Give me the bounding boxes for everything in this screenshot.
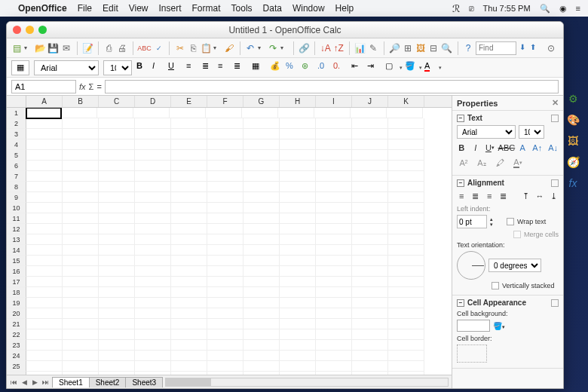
row-header[interactable]: 24	[7, 351, 26, 361]
cell[interactable]	[243, 256, 280, 266]
cell[interactable]	[26, 171, 63, 182]
row-header[interactable]: 10	[7, 203, 26, 213]
cell[interactable]	[243, 139, 280, 150]
cell[interactable]	[316, 298, 352, 308]
row-header[interactable]: 14	[7, 245, 26, 256]
cell[interactable]	[63, 224, 99, 234]
hyperlink-button[interactable]: 🔗	[299, 41, 310, 56]
percent-button[interactable]: %	[286, 61, 299, 75]
cell[interactable]	[388, 171, 424, 182]
font-name-selector[interactable]: Arial	[34, 60, 99, 75]
cell[interactable]	[352, 129, 388, 139]
cell[interactable]	[63, 129, 99, 139]
cell[interactable]	[316, 308, 352, 319]
spotlight-icon[interactable]: 🔍	[540, 4, 550, 14]
save-button[interactable]: 💾	[47, 41, 59, 56]
menu-edit[interactable]: Edit	[103, 3, 118, 14]
column-header-B[interactable]: B	[63, 96, 99, 107]
cell[interactable]	[388, 266, 424, 277]
cell[interactable]	[352, 234, 388, 245]
spreadsheet-grid[interactable]: ABCDEFGHIJK 1234567891011121314151617181…	[7, 96, 452, 388]
close-properties-button[interactable]: ✕	[552, 98, 559, 108]
redo-button[interactable]: ↷	[268, 41, 279, 56]
cell[interactable]	[280, 298, 316, 308]
menu-format[interactable]: Format	[192, 3, 221, 14]
text-orientation-degrees[interactable]: 0 degrees	[488, 259, 541, 272]
cell[interactable]	[99, 287, 135, 298]
cell[interactable]	[26, 266, 63, 277]
cell[interactable]	[171, 139, 207, 150]
cell[interactable]	[243, 171, 280, 182]
cell[interactable]	[207, 266, 243, 277]
cell[interactable]	[352, 361, 388, 372]
avira-icon[interactable]: ℛ	[452, 3, 460, 14]
cell[interactable]	[207, 234, 243, 245]
cell[interactable]	[243, 266, 280, 277]
cell[interactable]	[26, 319, 63, 329]
cell[interactable]	[26, 129, 63, 139]
cell[interactable]	[207, 329, 243, 340]
cell[interactable]	[171, 234, 207, 245]
cell[interactable]	[26, 329, 63, 340]
wrap-text-checkbox[interactable]	[507, 218, 514, 225]
cell[interactable]	[99, 150, 135, 161]
cell[interactable]	[26, 108, 62, 119]
column-header-H[interactable]: H	[280, 96, 316, 107]
cell[interactable]	[63, 319, 99, 329]
new-dropdown[interactable]: ▾	[24, 44, 32, 51]
horizontal-scrollbar[interactable]	[165, 378, 449, 387]
autospell-button[interactable]: ✓	[153, 41, 164, 56]
cell[interactable]	[352, 171, 388, 182]
cell[interactable]	[280, 329, 316, 340]
menu-insert[interactable]: Insert	[159, 3, 182, 14]
sum-button[interactable]: Σ	[89, 82, 94, 91]
text-section-toggle[interactable]: −	[457, 115, 464, 122]
cell[interactable]	[99, 203, 135, 213]
props-super-button[interactable]: A²	[457, 157, 470, 169]
cell[interactable]	[280, 361, 316, 372]
props-align-left[interactable]: ≡	[457, 190, 466, 202]
cell[interactable]	[63, 340, 99, 351]
cell[interactable]	[316, 287, 352, 298]
cell[interactable]	[133, 108, 170, 118]
cell[interactable]	[61, 108, 97, 118]
cell[interactable]	[171, 171, 207, 182]
cell[interactable]	[207, 171, 243, 182]
sort-asc-button[interactable]: ↓A	[320, 41, 331, 56]
cell[interactable]	[280, 129, 316, 139]
find-prev-button[interactable]: ⬆	[530, 43, 541, 54]
cell[interactable]	[99, 171, 135, 182]
cell[interactable]	[316, 171, 352, 182]
cell[interactable]	[207, 129, 243, 139]
italic-button[interactable]: I	[152, 61, 166, 75]
row-header[interactable]: 18	[7, 287, 26, 298]
cell[interactable]	[280, 182, 316, 192]
cell[interactable]	[171, 161, 207, 171]
cell[interactable]	[171, 277, 207, 287]
cell[interactable]	[243, 340, 280, 351]
cell-border-preview[interactable]	[457, 345, 487, 363]
cell[interactable]	[388, 203, 424, 213]
cell[interactable]	[171, 192, 207, 203]
column-header-E[interactable]: E	[171, 96, 207, 107]
cell[interactable]	[135, 171, 171, 182]
cell[interactable]	[63, 245, 99, 256]
cell[interactable]	[316, 224, 352, 234]
cell[interactable]	[135, 277, 171, 287]
cell[interactable]	[99, 234, 135, 245]
row-header[interactable]: 20	[7, 308, 26, 319]
edit-file-button[interactable]: 📝	[81, 41, 93, 56]
row-header[interactable]: 11	[7, 213, 26, 224]
cell[interactable]	[243, 213, 280, 224]
cell[interactable]	[207, 340, 243, 351]
align-section-options[interactable]	[551, 179, 559, 187]
cell[interactable]	[352, 139, 388, 150]
cell[interactable]	[316, 245, 352, 256]
cell[interactable]	[243, 308, 280, 319]
cell[interactable]	[135, 161, 171, 171]
menu-tools[interactable]: Tools	[231, 3, 253, 14]
cell-bg-picker[interactable]: 🪣▾	[493, 322, 505, 330]
cell[interactable]	[388, 351, 424, 361]
cell[interactable]	[63, 266, 99, 277]
find-replace-button[interactable]: 🔎	[388, 41, 400, 56]
